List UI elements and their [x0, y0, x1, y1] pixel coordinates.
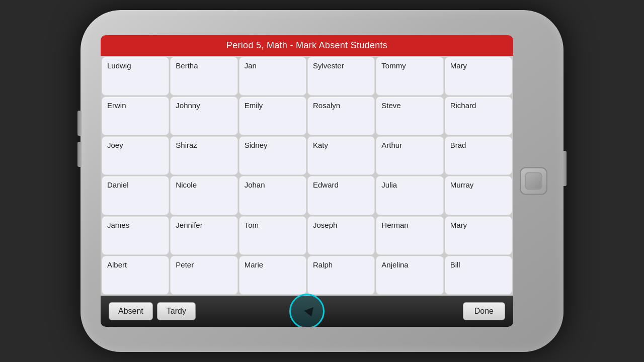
student-name: Jennifer [176, 221, 202, 229]
student-cell[interactable]: Bill [445, 256, 512, 295]
student-cell[interactable]: Tommy [376, 57, 443, 96]
student-name: Ralph [313, 260, 333, 269]
student-cell[interactable]: Tom [239, 216, 306, 255]
student-name: Herman [381, 221, 408, 229]
app-content: Period 5, Math - Mark Absent Students Lu… [101, 35, 513, 327]
student-cell[interactable]: Julia [376, 176, 443, 215]
student-name: Steve [381, 101, 400, 110]
student-cell[interactable]: Bertha [170, 57, 237, 96]
student-cell[interactable]: Mary [445, 216, 512, 255]
student-cell[interactable]: Richard [445, 97, 512, 135]
student-name: Bertha [176, 61, 198, 70]
student-cell[interactable]: Marie [239, 256, 306, 295]
home-button-inner [525, 172, 542, 190]
student-cell[interactable]: Murray [445, 176, 512, 215]
student-name: James [107, 221, 129, 229]
student-name: Richard [450, 101, 476, 110]
power-button[interactable] [562, 151, 567, 186]
student-cell[interactable]: Ralph [307, 256, 375, 295]
student-cell[interactable]: Arthur [376, 136, 443, 175]
student-cell[interactable]: Shiraz [170, 136, 237, 175]
student-cell[interactable]: Ludwig [102, 57, 169, 96]
student-name: Peter [176, 260, 194, 269]
student-name: Johnny [176, 101, 200, 110]
student-name: Tom [245, 221, 259, 229]
student-name: Rosalyn [313, 101, 340, 110]
student-cell[interactable]: Mary [445, 57, 512, 96]
student-cell[interactable]: Peter [170, 256, 237, 295]
student-cell[interactable]: Sidney [239, 136, 306, 175]
student-cell[interactable]: Anjelina [376, 256, 443, 295]
student-name: Sylvester [313, 61, 344, 70]
student-name: Joseph [313, 221, 337, 229]
volume-buttons [77, 111, 82, 167]
student-name: Jan [245, 61, 257, 70]
page-title: Period 5, Math - Mark Absent Students [226, 40, 387, 50]
student-name: Mary [450, 61, 467, 70]
student-cell[interactable]: Rosalyn [307, 97, 375, 135]
student-cell[interactable]: James [102, 216, 169, 255]
student-name: Edward [313, 180, 339, 189]
student-cell[interactable]: Nicole [170, 176, 237, 215]
student-cell[interactable]: Steve [376, 97, 443, 135]
student-name: Johan [245, 180, 265, 189]
student-name: Daniel [107, 180, 129, 189]
student-name: Brad [450, 141, 466, 149]
student-cell[interactable]: Joseph [307, 216, 375, 255]
student-name: Mary [450, 221, 467, 229]
student-name: Katy [313, 141, 328, 149]
toolbar-left: Absent Tardy [109, 302, 196, 320]
student-cell[interactable]: Joey [102, 136, 169, 175]
device-screen: Period 5, Math - Mark Absent Students Lu… [101, 35, 513, 327]
student-name: Nicole [176, 180, 197, 189]
student-name: Marie [245, 260, 264, 269]
done-button[interactable]: Done [463, 302, 505, 320]
student-cell[interactable]: Jennifer [170, 216, 237, 255]
student-name: Joey [107, 141, 123, 149]
student-name: Julia [381, 180, 397, 189]
student-grid: LudwigBerthaJanSylvesterTommyMaryErwinJo… [101, 56, 513, 296]
student-name: Ludwig [107, 61, 131, 70]
student-cell[interactable]: Emily [239, 97, 306, 135]
student-cell[interactable]: Herman [376, 216, 443, 255]
student-cell[interactable]: Albert [102, 256, 169, 295]
student-name: Tommy [381, 61, 406, 70]
student-name: Shiraz [176, 141, 197, 149]
student-cell[interactable]: Daniel [102, 176, 169, 215]
student-name: Albert [107, 260, 127, 269]
student-cell[interactable]: Edward [307, 176, 375, 215]
toolbar-right: Done [463, 302, 505, 320]
home-button[interactable] [520, 167, 547, 195]
cursor-arrow [304, 307, 316, 318]
student-cell[interactable]: Johan [239, 176, 306, 215]
student-name: Erwin [107, 101, 126, 110]
cursor-indicator [289, 294, 325, 327]
phone-shell: Period 5, Math - Mark Absent Students Lu… [80, 10, 564, 352]
tardy-button[interactable]: Tardy [157, 302, 196, 320]
student-name: Murray [450, 180, 474, 189]
title-bar: Period 5, Math - Mark Absent Students [101, 35, 513, 56]
student-name: Emily [245, 101, 263, 110]
student-name: Arthur [381, 141, 402, 149]
student-cell[interactable]: Brad [445, 136, 512, 175]
student-cell[interactable]: Johnny [170, 97, 237, 135]
student-name: Sidney [245, 141, 268, 149]
student-cell[interactable]: Katy [307, 136, 375, 175]
volume-down-button[interactable] [77, 142, 82, 167]
volume-up-button[interactable] [77, 111, 82, 136]
student-cell[interactable]: Sylvester [307, 57, 375, 96]
student-name: Bill [450, 260, 460, 269]
absent-button[interactable]: Absent [109, 302, 153, 320]
student-cell[interactable]: Erwin [102, 97, 169, 135]
student-name: Anjelina [381, 260, 408, 269]
bottom-toolbar: Absent Tardy Done [101, 296, 513, 327]
student-cell[interactable]: Jan [239, 57, 306, 96]
